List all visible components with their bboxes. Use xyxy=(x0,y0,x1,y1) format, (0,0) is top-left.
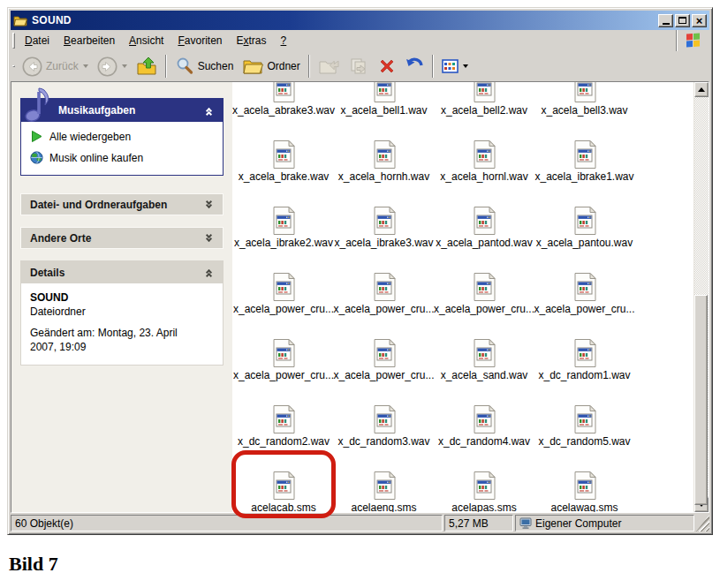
file-item[interactable]: x_dc_random3.wav xyxy=(335,404,434,448)
resize-grip[interactable] xyxy=(696,515,709,531)
file-item[interactable]: x_acela_pantou.wav xyxy=(535,206,634,249)
file-item-highlighted[interactable]: acelacab.sms xyxy=(234,471,333,512)
file-item[interactable]: x_acela_ibrake3.wav xyxy=(335,206,434,249)
undo-icon xyxy=(405,57,424,75)
up-button[interactable] xyxy=(132,54,162,79)
file-item[interactable]: x_acela_ibrake1.wav xyxy=(535,139,634,183)
file-name: x_dc_random4.wav xyxy=(438,435,530,448)
menu-item[interactable]: Datei xyxy=(18,32,57,49)
file-item[interactable]: x_acela_brake.wav xyxy=(234,139,333,183)
file-item[interactable]: x_acela_bell3.wav xyxy=(535,82,634,117)
file-item[interactable]: x_acela_power_cru... xyxy=(335,338,434,381)
back-dropdown-icon[interactable] xyxy=(83,64,88,68)
arrow-up-icon xyxy=(698,87,705,92)
open-folder-icon xyxy=(13,14,27,26)
other-places-header[interactable]: Andere Orte xyxy=(20,227,224,249)
file-name: x_acela_ibrake1.wav xyxy=(534,170,633,183)
copy-to-button[interactable] xyxy=(344,55,374,78)
music-note-icon xyxy=(21,87,57,124)
file-item[interactable]: x_acela_power_cru... xyxy=(234,272,333,315)
task-buy-music[interactable]: Musik online kaufen xyxy=(30,151,216,164)
file-name: acelapas.sms xyxy=(451,501,516,512)
maximize-button[interactable] xyxy=(675,14,690,27)
back-button[interactable]: Zurück xyxy=(18,54,93,79)
file-folder-tasks-header[interactable]: Datei- und Ordneraufgaben xyxy=(20,193,224,215)
scrollbar-thumb[interactable] xyxy=(694,295,708,505)
search-button[interactable]: Suchen xyxy=(171,54,239,79)
file-item[interactable]: x_acela_sand.wav xyxy=(435,338,534,381)
file-item[interactable]: acelapas.sms xyxy=(435,471,534,512)
file-name: x_acela_power_cru... xyxy=(534,303,634,315)
toolbar-separator xyxy=(432,55,434,78)
details-folder-name: SOUND xyxy=(30,291,216,305)
undo-button[interactable] xyxy=(400,55,428,78)
chevron-down-icon[interactable] xyxy=(205,200,216,209)
scrollbar-track[interactable] xyxy=(694,97,709,497)
file-item[interactable]: x_acela_power_cru... xyxy=(535,272,634,315)
file-name: x_acela_power_cru... xyxy=(233,303,334,315)
file-name: x_acela_power_cru... xyxy=(333,369,434,381)
play-icon xyxy=(30,130,43,143)
wav-file-icon xyxy=(570,206,600,236)
close-button[interactable]: × xyxy=(692,14,707,27)
file-item[interactable]: x_dc_random4.wav xyxy=(435,404,534,448)
file-item[interactable]: x_dc_random2.wav xyxy=(234,404,333,448)
menu-item[interactable]: Ansicht xyxy=(122,32,171,49)
file-item[interactable]: x_acela_hornl.wav xyxy=(435,139,534,183)
menubar-grip[interactable] xyxy=(12,33,15,49)
file-item[interactable]: x_acela_power_cru... xyxy=(335,272,434,315)
windows-logo-icon xyxy=(686,33,701,48)
file-name: x_acela_power_cru... xyxy=(233,369,334,381)
chevron-up-icon[interactable] xyxy=(205,268,216,277)
forward-dropdown-icon[interactable] xyxy=(122,64,127,68)
delete-x-icon xyxy=(378,57,396,75)
file-item[interactable]: x_dc_random1.wav xyxy=(535,338,634,381)
search-icon xyxy=(175,57,194,76)
file-name: x_dc_random1.wav xyxy=(538,369,630,381)
details-modified: Geändert am: Montag, 23. April 2007, 19:… xyxy=(30,327,207,354)
menu-item[interactable]: Bearbeiten xyxy=(57,32,122,49)
file-item[interactable]: x_acela_power_cru... xyxy=(234,338,333,381)
chevron-down-icon[interactable] xyxy=(205,233,216,243)
menu-item[interactable]: ? xyxy=(274,32,294,49)
toolbar-grip[interactable] xyxy=(12,65,15,67)
file-item[interactable]: x_acela_pantod.wav xyxy=(435,206,534,249)
views-button[interactable] xyxy=(437,57,473,76)
title-bar[interactable]: SOUND × xyxy=(11,11,709,30)
menu-item[interactable]: Extras xyxy=(230,32,274,49)
details-header[interactable]: Details xyxy=(21,261,223,283)
forward-icon xyxy=(97,57,117,77)
folders-button[interactable]: Ordner xyxy=(238,55,304,78)
file-item[interactable]: x_acela_bell2.wav xyxy=(435,82,534,117)
file-item[interactable]: x_acela_power_cru... xyxy=(435,272,534,315)
file-item[interactable]: x_acela_abrake3.wav xyxy=(234,82,333,117)
file-item[interactable]: acelaeng.sms xyxy=(335,471,434,512)
wav-file-icon xyxy=(369,404,399,434)
scroll-up-button[interactable] xyxy=(694,82,709,97)
file-item[interactable]: x_acela_ibrake2.wav xyxy=(234,206,333,249)
forward-button[interactable] xyxy=(93,54,132,79)
file-name: x_dc_random2.wav xyxy=(238,435,330,448)
menu-item[interactable]: Favoriten xyxy=(171,32,229,49)
task-play-all[interactable]: Alle wiedergeben xyxy=(30,130,216,143)
file-item[interactable]: x_acela_bell1.wav xyxy=(335,82,434,117)
wav-file-icon xyxy=(570,471,600,501)
minimize-button[interactable] xyxy=(658,14,673,27)
task-label: Musik online kaufen xyxy=(49,152,143,164)
vertical-scrollbar[interactable] xyxy=(693,82,709,512)
music-tasks-panel: Musikaufgaben Alle wiedergeben xyxy=(20,98,224,176)
file-grid: x_acela_abrake3.wav x_acela_bell1.wav x_… xyxy=(232,82,693,512)
menubar-items: DateiBearbeitenAnsichtFavoritenExtras? xyxy=(18,30,676,51)
task-pane: Musikaufgaben Alle wiedergeben xyxy=(11,82,232,512)
menu-bar: DateiBearbeitenAnsichtFavoritenExtras? xyxy=(11,30,709,51)
wav-file-icon xyxy=(469,272,499,302)
wav-file-icon xyxy=(269,404,299,434)
file-item[interactable]: x_dc_random5.wav xyxy=(535,404,634,448)
views-dropdown-icon[interactable] xyxy=(463,64,468,68)
move-to-button[interactable] xyxy=(314,55,344,78)
delete-button[interactable] xyxy=(374,55,400,78)
chevron-up-icon[interactable] xyxy=(205,106,216,116)
file-item[interactable]: x_acela_hornh.wav xyxy=(335,139,434,183)
wav-file-icon xyxy=(269,272,299,302)
file-item[interactable]: acelawag.sms xyxy=(535,471,634,512)
